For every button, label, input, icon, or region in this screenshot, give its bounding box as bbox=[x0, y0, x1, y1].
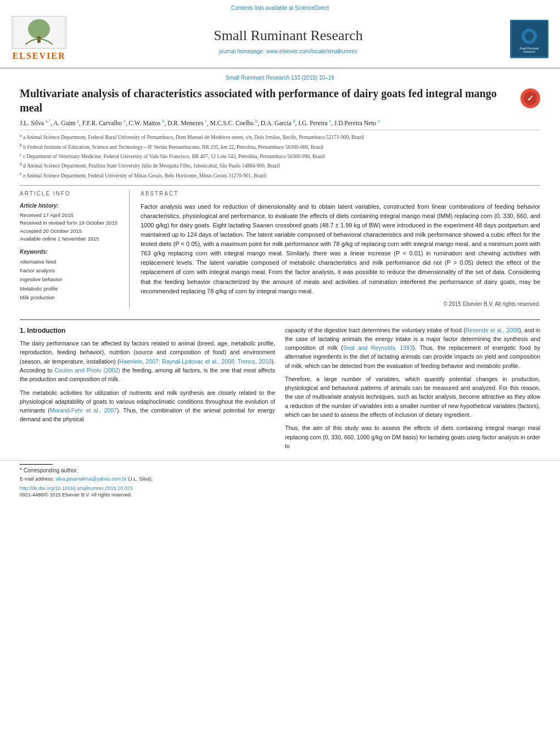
article-info-column: ARTICLE INFO Article history: Received 1… bbox=[20, 190, 130, 308]
journal-banner: ELSEVIER Small Ruminant Research journal… bbox=[0, 14, 560, 64]
body-right-column: capacity of the digestive tract determin… bbox=[285, 326, 540, 455]
section1-title: 1. Introduction bbox=[20, 326, 275, 336]
journal-homepage[interactable]: journal homepage: www.elsevier.com/locat… bbox=[76, 48, 501, 55]
coulon-link[interactable]: Coulon and Priolo (2002) bbox=[54, 367, 120, 373]
body-left-para-1: The dairy performance can be affected by… bbox=[20, 339, 275, 383]
abstract-heading: ABSTRACT bbox=[141, 190, 540, 198]
keyword-4: Metabolic profile bbox=[20, 284, 121, 293]
revised-date: Received in revised form 19 October 2015 bbox=[20, 219, 121, 227]
email-link[interactable]: silva.janainalima@yahoo.com.br bbox=[55, 476, 127, 482]
sciencedirect-link[interactable]: Contents lists available at ScienceDirec… bbox=[231, 5, 329, 11]
footer-area: * Corresponding author. E-mail address: … bbox=[0, 460, 560, 502]
issue-line: Small Ruminant Research 133 (2015) 10–16 bbox=[20, 74, 540, 82]
two-col-section: ARTICLE INFO Article history: Received 1… bbox=[20, 185, 540, 308]
doi-line: http://dx.doi.org/10.1016/j.smallrumres.… bbox=[20, 485, 540, 492]
doi-link[interactable]: http://dx.doi.org/10.1016/j.smallrumres.… bbox=[20, 486, 133, 491]
keyword-1: Alternative feed bbox=[20, 258, 121, 266]
footer-rule bbox=[20, 464, 53, 465]
abstract-text: Factor analysis was used for reduction o… bbox=[141, 202, 540, 295]
elsevier-label: ELSEVIER bbox=[13, 50, 66, 62]
corresponding-note: * Corresponding author. bbox=[20, 467, 540, 475]
body-right-para-1: capacity of the digestive tract determin… bbox=[285, 326, 540, 370]
email-suffix: (J.L. Silva). bbox=[128, 476, 153, 482]
svg-point-1 bbox=[28, 19, 50, 39]
journal-center: Small Ruminant Research journal homepage… bbox=[76, 23, 501, 55]
affiliation-c: c c Department of Veterinary Medicine, F… bbox=[20, 152, 540, 160]
affiliation-a: a a Animal Science Department, Federal R… bbox=[20, 132, 540, 141]
haenlein-link[interactable]: Haenlein, 2007; Raynal-Ljutovac et al., … bbox=[120, 358, 272, 365]
available-date: Available online 1 November 2015 bbox=[20, 235, 121, 243]
issn-line: 0921-4488/© 2015 Elsevier B.V. All right… bbox=[20, 492, 540, 499]
keyword-3: Ingestive behavior bbox=[20, 275, 121, 284]
svg-text:Research: Research bbox=[523, 50, 535, 53]
keyword-5: Milk production bbox=[20, 293, 121, 302]
copyright-line: © 2015 Elsevier B.V. All rights reserved… bbox=[141, 300, 540, 308]
svg-point-5 bbox=[525, 32, 534, 41]
keyword-2: Factor analysis bbox=[20, 266, 121, 275]
article-history-label: Article history: bbox=[20, 202, 121, 210]
seal-link[interactable]: Seal and Reynolds, 1993 bbox=[343, 344, 413, 351]
email-label: E-mail address: bbox=[20, 476, 54, 482]
keywords-label: Keywords: bbox=[20, 248, 121, 256]
affiliations: a a Animal Science Department, Federal R… bbox=[20, 130, 540, 180]
crossmark-badge: ✓ bbox=[520, 88, 540, 108]
accepted-date: Accepted 20 October 2015 bbox=[20, 227, 121, 235]
authors-line: J.L. Silva a,*, A. Guim a, F.F.R. Carval… bbox=[20, 118, 540, 127]
affiliation-b: b b Federal Institute of Education, Scie… bbox=[20, 142, 540, 151]
abstract-column: ABSTRACT Factor analysis was used for re… bbox=[141, 190, 540, 308]
resende-link[interactable]: Resende et al., 2008 bbox=[466, 327, 519, 333]
affiliation-d: d d Animal Science Department, Paulista … bbox=[20, 161, 540, 170]
article-history-block: Article history: Received 17 April 2015 … bbox=[20, 202, 121, 243]
morand-link[interactable]: Morand-Fehr et al., 2007 bbox=[50, 407, 117, 414]
keywords-block: Keywords: Alternative feed Factor analys… bbox=[20, 248, 121, 302]
elsevier-tree-image bbox=[12, 16, 66, 49]
body-left-column: 1. Introduction The dairy performance ca… bbox=[20, 326, 275, 455]
keywords-list: Alternative feed Factor analysis Ingesti… bbox=[20, 258, 121, 302]
article-title: Multivariate analysis of characteristics… bbox=[20, 86, 513, 115]
article-info-heading: ARTICLE INFO bbox=[20, 190, 121, 198]
journal-title: Small Ruminant Research bbox=[76, 26, 501, 46]
body-columns: 1. Introduction The dairy performance ca… bbox=[0, 320, 560, 460]
body-right-para-2: Therefore, a large number of variables, … bbox=[285, 375, 540, 419]
journal-header: Contents lists available at ScienceDirec… bbox=[0, 0, 560, 69]
article-title-block: Multivariate analysis of characteristics… bbox=[20, 86, 540, 115]
journal-logo-right: Small Ruminant Research bbox=[507, 20, 551, 58]
body-left-para-2: The metabolic activities for utilization… bbox=[20, 388, 275, 424]
journal-logo-box: Small Ruminant Research bbox=[510, 20, 548, 58]
article-content: Small Ruminant Research 133 (2015) 10–16… bbox=[0, 69, 560, 313]
page-wrapper: Contents lists available at ScienceDirec… bbox=[0, 0, 560, 502]
received-date: Received 17 April 2015 bbox=[20, 211, 121, 219]
body-right-para-3: Thus, the aim of this study was to asses… bbox=[285, 423, 540, 450]
svg-text:✓: ✓ bbox=[527, 94, 534, 103]
affiliation-e: e e Animal Science Department, Federal U… bbox=[20, 171, 540, 180]
elsevier-logo: ELSEVIER bbox=[9, 16, 69, 62]
journal-top-bar: Contents lists available at ScienceDirec… bbox=[0, 0, 560, 14]
